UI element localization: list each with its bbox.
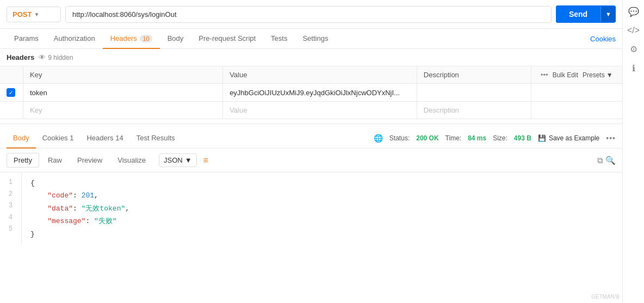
- info-icon[interactable]: ℹ: [632, 63, 635, 73]
- response-tabs-bar: Body Cookies 1 Headers 14 Test Results 🌐…: [0, 128, 622, 149]
- tab-prerequest[interactable]: Pre-request Script: [191, 29, 263, 49]
- headers-table: Key Value Description ••• Bulk Edit Pr: [0, 66, 622, 119]
- col-desc-header: Description: [417, 66, 531, 84]
- time-label: Time:: [445, 134, 462, 142]
- copy-button[interactable]: ⧉: [597, 156, 603, 165]
- format-tab-raw[interactable]: Raw: [41, 153, 69, 167]
- presets-chevron-icon: ▼: [606, 71, 613, 79]
- more-icon[interactable]: •••: [541, 71, 548, 79]
- response-tab-testresults[interactable]: Test Results: [130, 128, 182, 149]
- save-icon: 💾: [538, 134, 546, 142]
- response-headers-badge: 14: [115, 134, 123, 142]
- method-chevron-icon: ▼: [34, 11, 39, 17]
- headers-section: Headers 👁 9 hidden: [0, 49, 622, 66]
- send-button-group: Send ▼: [556, 5, 616, 23]
- search-button[interactable]: 🔍: [605, 156, 616, 165]
- code-area: 1 2 3 4 5 { "code": 201, "data": "无效toke…: [0, 172, 622, 245]
- format-tab-preview[interactable]: Preview: [71, 153, 109, 167]
- row2-key-cell[interactable]: Key: [23, 102, 222, 119]
- tab-params[interactable]: Params: [7, 29, 46, 49]
- method-label: POST: [13, 10, 32, 18]
- tab-headers[interactable]: Headers 10: [103, 29, 160, 49]
- response-tab-headers[interactable]: Headers 14: [80, 128, 129, 149]
- globe-icon: 🌐: [374, 134, 383, 143]
- line-num-4: 4: [0, 212, 17, 224]
- code-line-2: "code": 201,: [30, 189, 614, 202]
- presets-button[interactable]: Presets ▼: [583, 71, 613, 79]
- format-tab-pretty[interactable]: Pretty: [7, 153, 39, 168]
- row2-check-cell: [0, 102, 23, 119]
- tab-tests[interactable]: Tests: [263, 29, 295, 49]
- row1-check-cell: ✓: [0, 84, 23, 102]
- code-icon[interactable]: </>: [627, 26, 640, 35]
- col-check-header: [0, 66, 23, 84]
- line-num-5: 5: [0, 224, 17, 236]
- line-numbers: 1 2 3 4 5: [0, 172, 22, 245]
- headers-badge: 10: [140, 35, 152, 42]
- status-label: Status:: [389, 134, 410, 142]
- code-content: { "code": 201, "data": "无效token", "messa…: [22, 172, 622, 245]
- request-tabs: Params Authorization Headers 10 Body Pre…: [0, 29, 622, 49]
- wrap-icon[interactable]: ≡: [203, 156, 208, 165]
- row1-checkbox[interactable]: ✓: [7, 88, 15, 97]
- row2-value-cell[interactable]: Value: [223, 102, 417, 119]
- send-dropdown-button[interactable]: ▼: [600, 7, 616, 22]
- table-row: ✓ token eyJhbGciOiJIUzUxMiJ9.eyJqdGkiOiJ…: [0, 84, 622, 102]
- send-button[interactable]: Send: [556, 5, 600, 23]
- cookies-link[interactable]: Cookies: [590, 35, 616, 43]
- row1-value-cell[interactable]: eyJhbGciOiJIUzUxMiJ9.eyJqdGkiOiJlxNjcwOD…: [223, 84, 417, 102]
- col-actions-header: ••• Bulk Edit Presets ▼: [531, 66, 622, 84]
- code-line-1: {: [30, 177, 614, 189]
- code-line-3: "data": "无效token",: [30, 202, 614, 215]
- url-input[interactable]: [65, 6, 552, 23]
- row2-desc-cell[interactable]: Description: [417, 102, 531, 119]
- tab-settings[interactable]: Settings: [295, 29, 336, 49]
- format-tab-visualize[interactable]: Visualize: [111, 153, 152, 167]
- request-bar: POST ▼ Send ▼: [0, 0, 622, 29]
- hidden-count-badge: 👁 9 hidden: [39, 53, 73, 61]
- format-type-selector[interactable]: JSON ▼: [159, 153, 197, 167]
- row1-actions-cell: [531, 84, 622, 102]
- col-value-header: Value: [223, 66, 417, 84]
- line-num-2: 2: [0, 189, 17, 201]
- tab-authorization[interactable]: Authorization: [46, 29, 103, 49]
- col-key-header: Key: [23, 66, 222, 84]
- bulk-edit-button[interactable]: Bulk Edit: [553, 71, 578, 79]
- status-value: 200 OK: [416, 134, 438, 142]
- line-num-1: 1: [0, 177, 17, 189]
- table-row: Key Value Description: [0, 102, 622, 119]
- row2-actions-cell: [531, 102, 622, 119]
- response-more-icon[interactable]: •••: [606, 134, 616, 143]
- response-status-bar: 🌐 Status: 200 OK Time: 84 ms Size: 493 B…: [374, 134, 616, 143]
- watermark: GETMAN等: [591, 293, 620, 301]
- section-divider: [0, 123, 622, 124]
- format-bar: Pretty Raw Preview Visualize JSON ▼ ≡ ⧉ …: [0, 149, 622, 172]
- headers-section-label: Headers: [7, 53, 34, 61]
- response-section: Body Cookies 1 Headers 14 Test Results 🌐…: [0, 128, 622, 245]
- headers-table-container: Key Value Description ••• Bulk Edit Pr: [0, 66, 622, 119]
- row1-key-cell[interactable]: token: [23, 84, 222, 102]
- response-tab-cookies[interactable]: Cookies 1: [36, 128, 81, 149]
- save-example-button[interactable]: 💾 Save as Example: [538, 134, 599, 142]
- code-line-5: }: [30, 228, 614, 240]
- table-header-row: Key Value Description ••• Bulk Edit Pr: [0, 66, 622, 84]
- response-tab-body[interactable]: Body: [7, 128, 36, 149]
- row1-desc-cell[interactable]: [417, 84, 531, 102]
- code-line-4: "message": "失败": [30, 215, 614, 227]
- chat-icon[interactable]: 💬: [628, 7, 639, 17]
- method-selector[interactable]: POST ▼: [7, 7, 61, 22]
- gear-icon[interactable]: ⚙: [630, 44, 637, 54]
- eye-icon: 👁: [39, 53, 46, 61]
- right-sidebar: 💬 </> ⚙ ℹ: [622, 0, 644, 303]
- tab-body[interactable]: Body: [160, 29, 191, 49]
- format-chevron-icon: ▼: [185, 156, 192, 164]
- size-label: Size:: [493, 134, 507, 142]
- line-num-3: 3: [0, 200, 17, 212]
- time-value: 84 ms: [468, 134, 486, 142]
- cookies-badge: 1: [70, 134, 73, 142]
- size-value: 493 B: [514, 134, 531, 142]
